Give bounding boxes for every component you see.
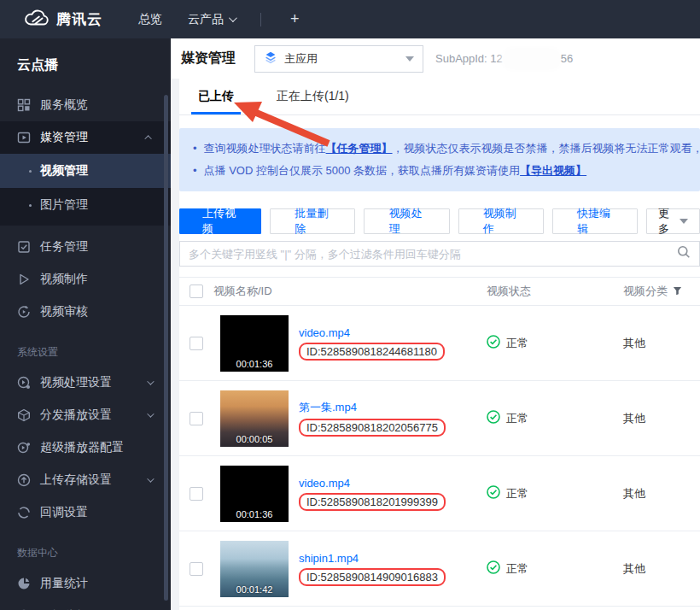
- upload-icon: [17, 473, 31, 487]
- caret-down-icon: [405, 56, 414, 62]
- review-cycle-icon: [17, 305, 31, 319]
- video-thumbnail[interactable]: 00:01:36: [220, 315, 289, 372]
- table-header: 视频名称/ID 视频状态 视频分类: [179, 277, 700, 306]
- video-id-highlighted: ID:5285890818244681180: [299, 343, 445, 361]
- filter-icon[interactable]: [673, 285, 682, 298]
- notice-banner: •查询视频处理状态请前往【任务管理】，视频状态仅表示视频是否禁播，禁播后视频将无…: [179, 128, 700, 191]
- video-status-cell: 正常: [487, 485, 623, 501]
- column-header-name: 视频名称/ID: [213, 284, 487, 299]
- video-category-cell: 其他: [623, 411, 700, 426]
- more-button[interactable]: 更多: [646, 208, 700, 234]
- sidebar-group-media: 媒资管理 视频管理 图片管理: [0, 121, 171, 226]
- video-name-cell: 00:01:36 video.mp4 ID:528589081820199939…: [213, 466, 487, 522]
- add-tab-button[interactable]: +: [290, 10, 300, 28]
- video-name-link[interactable]: video.mp4: [299, 477, 446, 490]
- video-category-cell: 其他: [623, 561, 700, 577]
- video-status-cell: 正常: [487, 335, 623, 351]
- main-content: 媒资管理 主应用 SubAppId: 12 56 已上传 正在上传(1/1) •: [171, 38, 700, 610]
- grid-icon: [17, 98, 31, 112]
- search-bar: [179, 241, 700, 267]
- player-config-icon: [17, 441, 31, 455]
- play-outline-icon: [17, 273, 31, 286]
- sidebar-item-distribution-settings[interactable]: 分发播放设置: [0, 399, 171, 431]
- sidebar: 云点播 服务概览 媒资管理 视频管理 图片管理: [0, 38, 171, 610]
- redaction-blur: [505, 50, 559, 67]
- batch-delete-button[interactable]: 批量删除: [270, 208, 355, 234]
- media-icon: [17, 131, 31, 144]
- quick-edit-button[interactable]: 快捷编辑: [552, 208, 638, 234]
- page-title: 媒资管理: [181, 50, 236, 67]
- table-row: 00:00:05 第一集.mp4 ID:5285890818202056775 …: [179, 381, 700, 456]
- video-name-link[interactable]: video.mp4: [299, 326, 445, 339]
- sidebar-item-video-produce[interactable]: 视频制作: [0, 263, 171, 296]
- video-process-button[interactable]: 视频处理: [364, 208, 449, 234]
- page: 腾讯云 总览 云产品 + 云点播 服务概览 媒资管理: [0, 0, 700, 610]
- sidebar-item-video-process-settings[interactable]: 视频处理设置: [0, 367, 171, 399]
- cloud-logo-icon: [24, 9, 50, 30]
- video-name-link[interactable]: shipin1.mp4: [299, 552, 446, 565]
- top-navigation: 总览 云产品: [138, 12, 235, 27]
- sidebar-item-upload-storage-settings[interactable]: 上传存储设置: [0, 464, 171, 496]
- video-thumbnail[interactable]: 00:00:05: [220, 390, 289, 447]
- table-row: 00:01:42 shipin1.mp4 ID:5285890814909016…: [179, 531, 700, 607]
- section-system-settings: 系统设置: [0, 328, 171, 367]
- export-video-link[interactable]: 【导出视频】: [520, 164, 586, 177]
- nav-overview[interactable]: 总览: [138, 12, 162, 27]
- sidebar-scrollbar[interactable]: [164, 95, 168, 601]
- video-status-cell: 正常: [487, 560, 623, 577]
- page-header: 媒资管理 主应用 SubAppId: 12 56: [171, 38, 700, 79]
- content-body: •查询视频处理状态请前往【任务管理】，视频状态仅表示视频是否禁播，禁播后视频将无…: [179, 115, 700, 610]
- sidebar-item-video-review[interactable]: 视频审核: [0, 296, 171, 328]
- content-gutter: [171, 79, 179, 610]
- row-checkbox[interactable]: [190, 337, 203, 350]
- dot-icon: [29, 170, 32, 173]
- duration-badge: 00:00:05: [220, 434, 289, 444]
- video-name-cell: 00:01:36 video.mp4 ID:528589081824468118…: [213, 315, 487, 372]
- video-id-highlighted: ID:5285890818201999399: [299, 493, 446, 511]
- app-select-dropdown[interactable]: 主应用: [254, 45, 423, 73]
- status-ok-icon: [487, 485, 500, 501]
- nav-products[interactable]: 云产品: [188, 12, 235, 27]
- layers-icon: [264, 50, 277, 67]
- duration-badge: 00:01:36: [220, 359, 289, 369]
- row-checkbox[interactable]: [190, 412, 203, 425]
- row-checkbox[interactable]: [190, 562, 203, 576]
- sidebar-item-superplayer-config[interactable]: 超级播放器配置: [0, 431, 171, 464]
- brand-logo[interactable]: 腾讯云: [24, 9, 102, 30]
- select-all-checkbox[interactable]: [190, 284, 203, 298]
- column-header-category: 视频分类: [623, 284, 700, 299]
- task-icon: [17, 240, 31, 254]
- upload-video-button[interactable]: 上传视频: [179, 208, 261, 234]
- brand-name: 腾讯云: [56, 9, 102, 29]
- video-thumbnail[interactable]: 00:01:36: [220, 466, 289, 522]
- search-icon[interactable]: [677, 245, 691, 262]
- sidebar-item-overview[interactable]: 服务概览: [0, 89, 171, 121]
- row-checkbox[interactable]: [190, 487, 203, 501]
- duration-badge: 00:01:42: [220, 584, 289, 595]
- section-data-center: 数据中心: [0, 529, 171, 567]
- video-status-cell: 正常: [487, 410, 623, 426]
- tab-bar: 已上传 正在上传(1/1): [179, 79, 700, 115]
- tab-uploaded[interactable]: 已上传: [191, 79, 241, 114]
- sidebar-item-image-mgmt[interactable]: 图片管理: [0, 188, 171, 222]
- sidebar-item-callback-settings[interactable]: 回调设置: [0, 496, 171, 529]
- video-thumbnail[interactable]: 00:01:42: [220, 541, 289, 597]
- notice-line-2: •点播 VOD 控制台仅展示 5000 条数据，获取点播所有媒资请使用【导出视频…: [193, 160, 686, 182]
- sidebar-item-data-analysis[interactable]: 数据分析: [0, 600, 171, 610]
- chevron-down-icon: [147, 410, 154, 417]
- sidebar-item-usage-stats[interactable]: 用量统计: [0, 567, 171, 600]
- chevron-up-icon: [144, 135, 151, 142]
- sidebar-item-video-mgmt[interactable]: 视频管理: [0, 154, 171, 188]
- task-mgmt-link[interactable]: 【任务管理】: [326, 142, 393, 155]
- topbar-divider: [260, 13, 261, 26]
- search-input[interactable]: [189, 248, 677, 261]
- subappid-label: SubAppId: 12 56: [435, 50, 573, 67]
- video-produce-button[interactable]: 视频制作: [458, 208, 544, 234]
- product-title: 云点播: [0, 38, 171, 89]
- sidebar-item-media-mgmt[interactable]: 媒资管理: [0, 121, 171, 154]
- tab-uploading[interactable]: 正在上传(1/1): [270, 79, 356, 114]
- sidebar-item-task-mgmt[interactable]: 任务管理: [0, 231, 171, 263]
- status-ok-icon: [487, 560, 500, 577]
- video-name-cell: 00:00:05 第一集.mp4 ID:5285890818202056775: [213, 390, 487, 447]
- video-name-link[interactable]: 第一集.mp4: [299, 400, 446, 415]
